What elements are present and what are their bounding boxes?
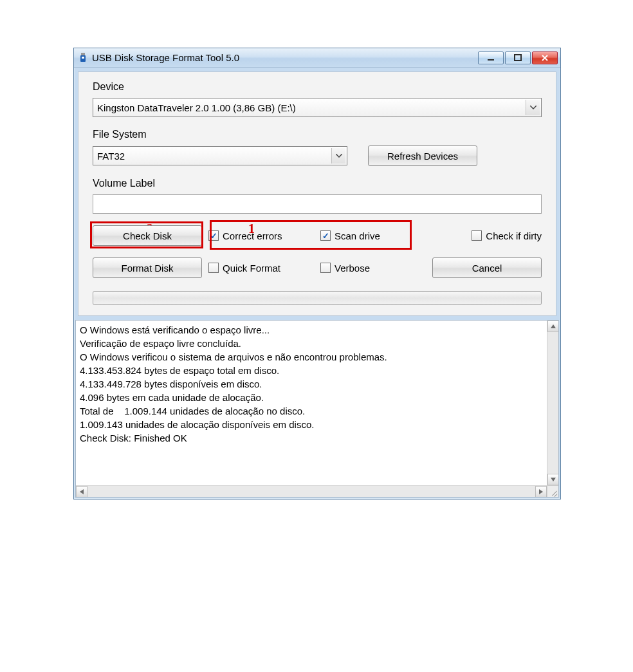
checkbox-icon — [472, 230, 482, 241]
svg-rect-2 — [82, 57, 84, 59]
minimize-button[interactable] — [478, 51, 504, 64]
check-disk-button[interactable]: Check Disk — [93, 225, 202, 246]
maximize-button[interactable] — [505, 51, 531, 64]
device-section: Device Kingston DataTraveler 2.0 1.00 (3… — [93, 81, 542, 117]
usb-icon — [78, 53, 88, 63]
scroll-right-icon[interactable] — [535, 486, 547, 498]
window-title: USB Disk Storage Format Tool 5.0 — [92, 52, 478, 63]
format-disk-button[interactable]: Format Disk — [93, 257, 202, 278]
app-window: USB Disk Storage Format Tool 5.0 Device … — [73, 48, 561, 499]
volume-label-label: Volume Label — [93, 178, 542, 189]
options-area: 2 1 Check Disk Correct errors Scan drive… — [93, 225, 542, 278]
vertical-scrollbar[interactable] — [547, 321, 558, 485]
button-label: Refresh Devices — [387, 151, 458, 162]
format-row: Format Disk Quick Format Verbose Cancel — [93, 257, 542, 278]
verbose-checkbox[interactable]: Verbose — [320, 263, 426, 274]
window-controls — [478, 51, 558, 64]
scan-drive-checkbox[interactable]: Scan drive — [320, 230, 426, 241]
button-label: Cancel — [472, 263, 502, 274]
progress-bar — [93, 291, 542, 305]
refresh-devices-button[interactable]: Refresh Devices — [368, 145, 477, 166]
button-label: Check Disk — [123, 230, 172, 241]
filesystem-label: File System — [93, 129, 542, 140]
close-button[interactable] — [532, 51, 558, 64]
checkbox-label: Quick Format — [223, 263, 280, 274]
filesystem-section: File System FAT32 Refresh Devices — [93, 129, 542, 166]
log-text[interactable]: O Windows está verificando o espaço livr… — [77, 322, 546, 484]
device-label: Device — [93, 81, 542, 93]
checkbox-label: Check if dirty — [486, 230, 542, 241]
main-panel: Device Kingston DataTraveler 2.0 1.00 (3… — [78, 71, 556, 316]
svg-rect-3 — [488, 59, 494, 61]
button-label: Format Disk — [122, 263, 174, 274]
filesystem-dropdown[interactable]: FAT32 — [93, 146, 347, 165]
device-dropdown[interactable]: Kingston DataTraveler 2.0 1.00 (3,86 GB)… — [93, 98, 542, 117]
scroll-up-icon[interactable] — [547, 321, 559, 332]
quick-format-checkbox[interactable]: Quick Format — [208, 263, 314, 274]
horizontal-scrollbar[interactable] — [76, 485, 547, 497]
checkbox-label: Verbose — [335, 263, 370, 274]
checkbox-label: Correct errors — [223, 230, 282, 241]
correct-errors-checkbox[interactable]: Correct errors — [208, 230, 314, 241]
volume-label-input[interactable] — [93, 194, 542, 214]
log-panel: O Windows está verificando o espaço livr… — [75, 320, 559, 498]
svg-rect-0 — [81, 53, 85, 55]
check-row: Check Disk Correct errors Scan drive Che… — [93, 225, 542, 246]
scroll-left-icon[interactable] — [76, 486, 87, 498]
scroll-down-icon[interactable] — [547, 474, 559, 485]
checkbox-icon — [208, 263, 219, 273]
check-if-dirty-checkbox[interactable]: Check if dirty — [472, 230, 542, 241]
cancel-button[interactable]: Cancel — [432, 257, 542, 278]
resize-grip-icon[interactable] — [547, 485, 558, 497]
filesystem-dropdown-value: FAT32 — [97, 151, 125, 162]
checkbox-label: Scan drive — [335, 230, 380, 241]
checkbox-icon — [320, 230, 331, 241]
device-dropdown-value: Kingston DataTraveler 2.0 1.00 (3,86 GB)… — [97, 102, 296, 113]
chevron-down-icon — [331, 148, 345, 163]
titlebar: USB Disk Storage Format Tool 5.0 — [74, 48, 560, 68]
volume-label-section: Volume Label — [93, 178, 542, 214]
checkbox-icon — [208, 230, 219, 241]
checkbox-icon — [320, 263, 331, 273]
chevron-down-icon — [526, 100, 540, 115]
svg-rect-4 — [515, 55, 521, 61]
